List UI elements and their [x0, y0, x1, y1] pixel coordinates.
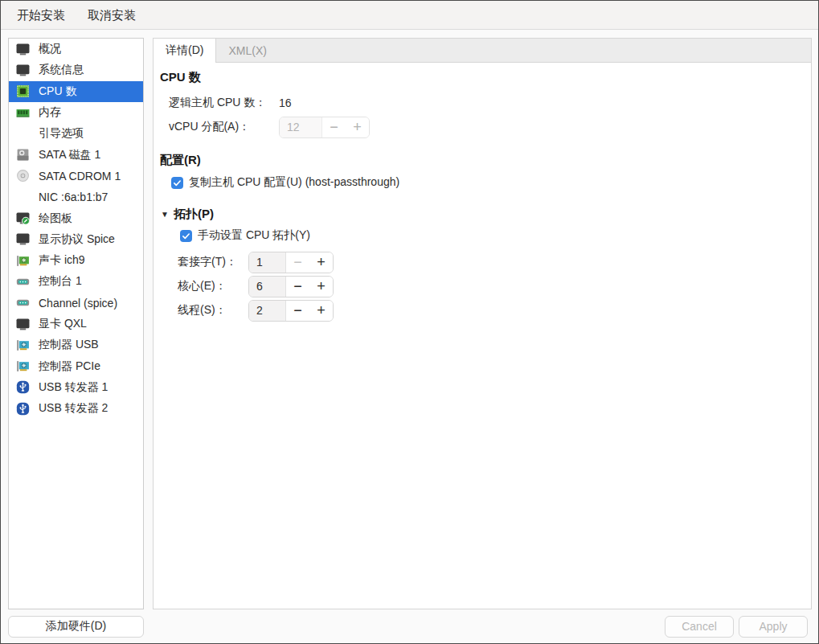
- pci-card-icon: [16, 359, 30, 373]
- sidebar-item-boot-options[interactable]: 引导选项: [9, 123, 143, 144]
- sidebar-item-channel-spice[interactable]: Channel (spice): [9, 293, 143, 314]
- sidebar-item-label: SATA CDROM 1: [39, 170, 121, 183]
- manual-topology-label: 手动设置 CPU 拓扑(Y): [198, 228, 310, 243]
- decrement-button: −: [322, 117, 346, 137]
- sidebar-item-label: CPU 数: [39, 84, 76, 99]
- cores-stepper[interactable]: 6 − +: [248, 276, 334, 297]
- copy-host-cpu-checkbox[interactable]: [171, 177, 183, 189]
- vcpu-alloc-label: vCPU 分配(A)：: [169, 120, 279, 134]
- sidebar-item-label: 内存: [39, 105, 61, 120]
- tab-xml[interactable]: XML(X): [216, 39, 278, 62]
- sidebar-item-label: 显卡 QXL: [39, 317, 87, 331]
- sidebar-item-sata-cdrom-1[interactable]: SATA CDROM 1: [9, 166, 143, 187]
- blank-icon: [16, 191, 30, 204]
- details-panel: 详情(D) XML(X) CPU 数 逻辑主机 CPU 数： 16 vCPU 分…: [153, 38, 812, 609]
- footer-actions: Cancel Apply: [665, 616, 808, 638]
- logical-cpus-label: 逻辑主机 CPU 数：: [169, 96, 279, 110]
- sidebar-item-label: 控制器 PCIe: [39, 359, 100, 374]
- chevron-down-icon: ▼: [161, 210, 169, 219]
- cores-row: 核心(E)： 6 − +: [178, 274, 811, 298]
- threads-stepper[interactable]: 2 − +: [248, 300, 334, 322]
- usb-icon: [16, 402, 30, 416]
- logical-cpus-row: 逻辑主机 CPU 数： 16: [169, 91, 811, 115]
- serial-port-icon: [16, 296, 30, 310]
- sockets-value[interactable]: 1: [249, 252, 286, 273]
- sockets-stepper[interactable]: 1 − +: [248, 252, 334, 273]
- soundcard-icon: [16, 254, 30, 268]
- cores-label: 核心(E)：: [178, 279, 248, 293]
- vcpu-alloc-stepper: 12 − +: [279, 117, 370, 138]
- section-config-heading: 配置(R): [160, 153, 811, 168]
- manual-topology-row: 手动设置 CPU 拓扑(Y): [180, 227, 811, 244]
- section-cpus-heading: CPU 数: [160, 70, 811, 85]
- sidebar-item-label: 概况: [39, 42, 61, 56]
- vcpu-alloc-value: 12: [280, 117, 322, 137]
- sidebar-item-os-info[interactable]: 系统信息: [9, 59, 143, 80]
- sidebar-item-memory[interactable]: 内存: [9, 102, 143, 123]
- sidebar-item-nic[interactable]: NIC :6a:b1:b7: [9, 187, 143, 207]
- sidebar-item-label: 系统信息: [39, 63, 84, 77]
- sidebar-item-label: 引导选项: [39, 126, 84, 141]
- sidebar-item-usb-redirector-1[interactable]: USB 转发器 1: [9, 377, 143, 398]
- blank-icon: [16, 127, 30, 141]
- footer-bar: 添加硬件(D) Cancel Apply: [1, 609, 818, 643]
- decrement-button[interactable]: −: [286, 301, 309, 321]
- sidebar-item-label: NIC :6a:b1:b7: [39, 191, 108, 203]
- increment-button[interactable]: +: [309, 277, 333, 297]
- tab-bar: 详情(D) XML(X): [154, 39, 811, 63]
- cdrom-icon: [16, 169, 30, 183]
- sidebar-item-usb-redirector-2[interactable]: USB 转发器 2: [9, 398, 143, 419]
- toolbar: 开始安装 取消安装: [1, 1, 818, 30]
- sidebar-item-tablet[interactable]: 绘图板: [9, 207, 143, 228]
- sidebar-item-display-spice[interactable]: 显示协议 Spice: [9, 229, 143, 250]
- sidebar-item-label: SATA 磁盘 1: [39, 148, 100, 162]
- sidebar-item-controller-usb[interactable]: 控制器 USB: [9, 334, 143, 355]
- sidebar-item-console-1[interactable]: 控制台 1: [9, 271, 143, 292]
- sidebar-item-controller-pcie[interactable]: 控制器 PCIe: [9, 355, 143, 376]
- sidebar-item-label: 声卡 ich9: [39, 253, 85, 268]
- cancel-install-button[interactable]: 取消安装: [88, 1, 136, 30]
- cpu-icon: [16, 84, 30, 98]
- monitor-icon: [16, 43, 30, 56]
- increment-button[interactable]: +: [309, 301, 333, 321]
- increment-button[interactable]: +: [309, 252, 333, 273]
- cores-value[interactable]: 6: [249, 277, 286, 297]
- pci-card-icon: [16, 338, 30, 352]
- sidebar-item-overview[interactable]: 概况: [9, 39, 143, 59]
- decrement-button: −: [286, 252, 309, 273]
- sidebar-item-sata-disk-1[interactable]: SATA 磁盘 1: [9, 144, 143, 165]
- decrement-button[interactable]: −: [286, 277, 309, 297]
- threads-label: 线程(S)：: [178, 303, 248, 318]
- sidebar-item-label: Channel (spice): [39, 297, 117, 310]
- cancel-button[interactable]: Cancel: [665, 616, 734, 638]
- sidebar-item-cpus[interactable]: CPU 数: [9, 81, 143, 102]
- topology-expander[interactable]: ▼ 拓扑(P): [161, 207, 811, 222]
- monitor-icon: [16, 232, 30, 246]
- increment-button: +: [346, 117, 369, 137]
- cpu-settings: CPU 数 逻辑主机 CPU 数： 16 vCPU 分配(A)： 12 − + …: [154, 63, 811, 322]
- begin-install-button[interactable]: 开始安装: [17, 1, 65, 30]
- sidebar-item-label: 控制器 USB: [39, 338, 99, 352]
- tablet-icon: [16, 211, 30, 225]
- monitor-icon: [16, 318, 30, 331]
- logical-cpus-value: 16: [279, 96, 292, 109]
- sidebar-item-label: 控制台 1: [39, 274, 82, 289]
- apply-button[interactable]: Apply: [739, 616, 808, 638]
- sidebar-item-sound-ich9[interactable]: 声卡 ich9: [9, 250, 143, 271]
- manual-topology-checkbox[interactable]: [180, 230, 192, 242]
- memory-icon: [16, 106, 30, 120]
- topology-expander-label: 拓扑(P): [174, 207, 214, 222]
- sidebar-item-video-qxl[interactable]: 显卡 QXL: [9, 314, 143, 334]
- sidebar-item-label: 显示协议 Spice: [39, 232, 115, 247]
- tab-details[interactable]: 详情(D): [154, 39, 216, 63]
- hardware-list: 概况 系统信息 CPU 数 内存 引导选项 SATA 磁盘 1 SATA CDR…: [8, 38, 144, 609]
- threads-row: 线程(S)： 2 − +: [178, 298, 811, 322]
- threads-value[interactable]: 2: [249, 301, 286, 321]
- vm-config-window: 开始安装 取消安装 概况 系统信息 CPU 数 内存 引导选项 SATA 磁盘 …: [0, 0, 819, 644]
- add-hardware-button[interactable]: 添加硬件(D): [8, 616, 144, 638]
- serial-port-icon: [16, 275, 30, 289]
- copy-host-cpu-label: 复制主机 CPU 配置(U) (host-passthrough): [189, 175, 399, 190]
- disk-icon: [16, 148, 30, 162]
- sidebar-item-label: USB 转发器 2: [39, 401, 108, 416]
- sockets-row: 套接字(T)： 1 − +: [178, 250, 811, 274]
